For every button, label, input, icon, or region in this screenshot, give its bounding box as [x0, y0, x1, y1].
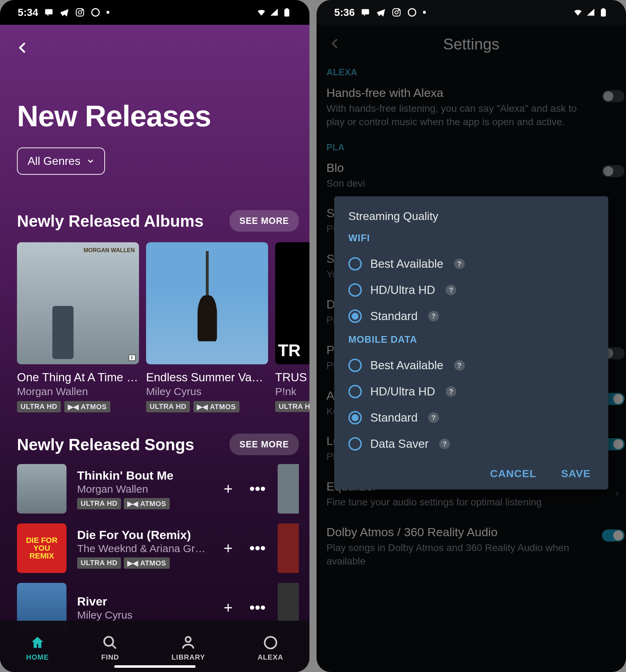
mobile-standard-option[interactable]: Standard? — [348, 405, 594, 431]
song-row[interactable]: Die For You (Remix) The Weeknd & Ariana … — [17, 523, 299, 573]
radio-icon — [348, 437, 362, 451]
peek-art — [278, 523, 299, 573]
songs-header: Newly Released Songs SEE MORE — [0, 434, 309, 455]
ultra-hd-badge: ULTRA HD — [77, 557, 121, 569]
search-icon — [102, 635, 118, 650]
help-icon[interactable]: ? — [428, 412, 439, 423]
status-dot: • — [106, 7, 110, 18]
mobile-best-available-option[interactable]: Best Available? — [348, 352, 594, 378]
albums-section-title: Newly Released Albums — [17, 212, 204, 231]
back-icon[interactable] — [329, 37, 342, 50]
svg-point-12 — [395, 11, 398, 14]
help-icon[interactable]: ? — [446, 285, 456, 295]
nav-find[interactable]: FIND — [101, 635, 119, 661]
radio-label: Best Available — [370, 257, 444, 271]
nav-alexa[interactable]: ALEXA — [257, 635, 283, 661]
help-icon[interactable]: ? — [454, 259, 465, 269]
add-icon[interactable]: + — [221, 480, 235, 498]
toggle-switch[interactable] — [602, 90, 625, 102]
chat-icon — [44, 7, 54, 17]
svg-rect-0 — [45, 9, 53, 15]
home-indicator[interactable] — [114, 665, 196, 668]
help-icon[interactable]: ? — [439, 439, 450, 449]
setting-desc: With hands-free listening, you can say "… — [326, 102, 585, 129]
add-icon[interactable]: + — [221, 599, 235, 616]
toggle-switch[interactable] — [602, 529, 625, 541]
album-card[interactable]: TRUS P!nk ULTRA HD — [275, 242, 309, 412]
mobile-hd-option[interactable]: HD/Ultra HD? — [348, 378, 594, 405]
signal-icon — [269, 7, 279, 17]
settings-header: Settings — [317, 25, 626, 64]
album-artist: P!nk — [275, 386, 309, 398]
more-icon[interactable]: ••• — [249, 539, 263, 557]
signal-icon — [586, 7, 596, 17]
radio-icon — [348, 257, 362, 271]
back-icon[interactable] — [16, 41, 30, 55]
instagram-icon — [75, 7, 85, 17]
album-card[interactable]: Endless Summer Vaca… Miley Cyrus ULTRA H… — [146, 242, 268, 412]
see-more-albums[interactable]: SEE MORE — [230, 210, 299, 232]
wifi-best-available-option[interactable]: Best Available? — [348, 251, 594, 277]
dolby-atmos-item[interactable]: Dolby Atmos / 360 Reality Audio Play son… — [317, 519, 626, 578]
battery-icon — [282, 7, 292, 17]
wifi-section-label: WIFI — [348, 233, 594, 244]
svg-rect-15 — [601, 9, 606, 17]
album-card[interactable]: E One Thing At A Time … Morgan Wallen UL… — [17, 242, 139, 412]
setting-desc: Play songs in Dolby Atmos and 360 Realit… — [326, 541, 585, 568]
genre-filter[interactable]: All Genres — [17, 147, 105, 175]
nav-home[interactable]: HOME — [26, 635, 49, 661]
nav-library[interactable]: LIBRARY — [172, 635, 205, 661]
radio-icon — [348, 283, 362, 297]
ultra-hd-badge: ULTRA HD — [146, 401, 190, 412]
setting-item[interactable]: Blo Son devi — [317, 155, 626, 200]
nav-label: LIBRARY — [172, 653, 205, 661]
nav-label: HOME — [26, 653, 49, 661]
svg-point-2 — [78, 11, 81, 14]
atmos-badge: ▶◀ ATMOS — [193, 401, 239, 412]
more-icon[interactable]: ••• — [249, 599, 263, 616]
song-art — [17, 464, 66, 514]
svg-rect-10 — [362, 9, 369, 15]
song-row[interactable]: Thinkin' Bout Me Morgan Wallen ULTRA HD▶… — [17, 464, 299, 514]
song-artist: Miley Cyrus — [77, 609, 210, 621]
settings-screen: Settings ALEXA Hands-free with Alexa Wit… — [317, 25, 626, 672]
home-icon — [30, 635, 45, 650]
toggle-switch[interactable] — [602, 165, 625, 177]
page-title: New Releases — [0, 25, 309, 133]
radio-icon — [348, 309, 362, 323]
svg-point-13 — [398, 10, 399, 10]
radio-icon — [348, 385, 362, 398]
setting-name: Dolby Atmos / 360 Reality Audio — [326, 525, 616, 539]
mobile-data-saver-option[interactable]: Data Saver? — [348, 431, 594, 457]
instagram-icon — [392, 7, 401, 17]
add-icon[interactable]: + — [221, 539, 235, 557]
dialog-title: Streaming Quality — [348, 210, 594, 223]
album-artist: Morgan Wallen — [17, 386, 139, 398]
chat-icon — [360, 7, 370, 17]
wifi-standard-option[interactable]: Standard? — [348, 303, 594, 329]
atmos-badge: ▶◀ ATMOS — [64, 401, 110, 412]
setting-name: Blo — [326, 161, 616, 175]
playback-section-label: PLA — [317, 139, 626, 155]
album-row[interactable]: E One Thing At A Time … Morgan Wallen UL… — [0, 232, 309, 412]
help-icon[interactable]: ? — [428, 311, 439, 321]
hands-free-alexa-item[interactable]: Hands-free with Alexa With hands-free li… — [317, 80, 626, 139]
see-more-songs[interactable]: SEE MORE — [230, 434, 299, 455]
more-icon[interactable]: ••• — [249, 480, 263, 498]
svg-point-9 — [265, 637, 276, 649]
help-icon[interactable]: ? — [446, 386, 456, 397]
alexa-status-icon — [407, 7, 417, 17]
svg-point-7 — [104, 637, 114, 646]
wifi-icon — [256, 7, 266, 17]
cancel-button[interactable]: CANCEL — [490, 468, 537, 480]
help-icon[interactable]: ? — [454, 360, 465, 371]
album-art: E — [17, 242, 139, 364]
ultra-hd-badge: ULTRA HD — [77, 498, 121, 509]
album-artist: Miley Cyrus — [146, 386, 268, 398]
save-button[interactable]: SAVE — [561, 468, 591, 480]
nav-label: FIND — [101, 653, 119, 661]
wifi-hd-option[interactable]: HD/Ultra HD? — [348, 277, 594, 303]
radio-label: Data Saver — [370, 437, 429, 451]
status-bar: 5:36 • — [317, 0, 626, 25]
alexa-section-label: ALEXA — [317, 64, 626, 80]
